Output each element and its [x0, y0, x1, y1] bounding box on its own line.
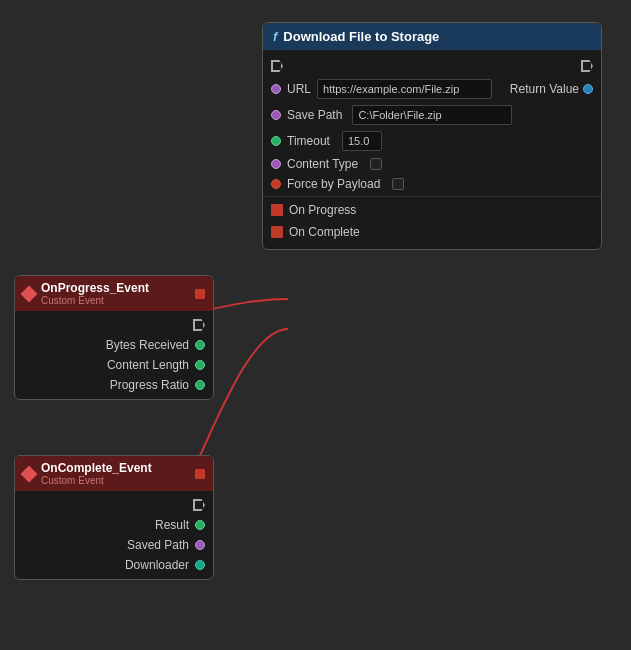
save-path-label: Save Path [287, 108, 342, 122]
on-complete-node-sub: Custom Event [41, 475, 152, 486]
timeout-row: Timeout [263, 128, 601, 154]
on-complete-node-header: OnComplete_Event Custom Event [15, 456, 213, 491]
on-complete-node-name: OnComplete_Event [41, 461, 152, 475]
bytes-received-label: Bytes Received [106, 338, 189, 352]
timeout-pin[interactable] [271, 136, 281, 146]
exec-out-pin[interactable] [581, 60, 593, 72]
on-complete-event-icon [21, 465, 38, 482]
result-pin[interactable] [195, 520, 205, 530]
force-payload-label: Force by Payload [287, 177, 380, 191]
progress-ratio-row: Progress Ratio [15, 375, 213, 395]
url-label: URL [287, 82, 311, 96]
on-progress-header-text: OnProgress_Event Custom Event [41, 281, 149, 306]
force-payload-pin[interactable] [271, 179, 281, 189]
timeout-label: Timeout [287, 134, 330, 148]
content-type-pin[interactable] [271, 159, 281, 169]
on-progress-node-body: Bytes Received Content Length Progress R… [15, 311, 213, 399]
on-progress-node: OnProgress_Event Custom Event Bytes Rece… [14, 275, 214, 400]
result-label: Result [155, 518, 189, 532]
on-complete-pin[interactable] [271, 226, 283, 238]
saved-path-row: Saved Path [15, 535, 213, 555]
force-payload-checkbox[interactable] [392, 178, 404, 190]
on-complete-label: On Complete [289, 225, 360, 239]
downloader-pin[interactable] [195, 560, 205, 570]
save-path-pin[interactable] [271, 110, 281, 120]
on-progress-event-icon [21, 285, 38, 302]
exec-row [263, 56, 601, 76]
save-path-row: Save Path [263, 102, 601, 128]
content-length-label: Content Length [107, 358, 189, 372]
on-progress-exec-row [15, 315, 213, 335]
save-path-input[interactable] [352, 105, 512, 125]
on-progress-node-name: OnProgress_Event [41, 281, 149, 295]
return-value-label: Return Value [510, 82, 579, 96]
url-row: URL Return Value [263, 76, 601, 102]
on-complete-exec-out[interactable] [193, 499, 205, 511]
main-node-header: f Download File to Storage [263, 23, 601, 50]
progress-ratio-label: Progress Ratio [110, 378, 189, 392]
on-progress-label: On Progress [289, 203, 356, 217]
result-row: Result [15, 515, 213, 535]
main-node: f Download File to Storage URL Return Va… [262, 22, 602, 250]
on-progress-exec-out[interactable] [193, 319, 205, 331]
on-complete-node-marker [195, 469, 205, 479]
progress-ratio-pin[interactable] [195, 380, 205, 390]
on-complete-exec-row [15, 495, 213, 515]
downloader-row: Downloader [15, 555, 213, 575]
timeout-input[interactable] [342, 131, 382, 151]
exec-in-pin[interactable] [271, 60, 283, 72]
on-progress-pin[interactable] [271, 204, 283, 216]
on-progress-node-marker [195, 289, 205, 299]
content-type-checkbox[interactable] [370, 158, 382, 170]
on-progress-row: On Progress [263, 199, 601, 221]
on-progress-node-sub: Custom Event [41, 295, 149, 306]
content-length-pin[interactable] [195, 360, 205, 370]
on-progress-node-header: OnProgress_Event Custom Event [15, 276, 213, 311]
bytes-received-row: Bytes Received [15, 335, 213, 355]
return-value-pin[interactable] [583, 84, 593, 94]
on-complete-node: OnComplete_Event Custom Event Result Sav… [14, 455, 214, 580]
on-complete-row: On Complete [263, 221, 601, 243]
content-type-row: Content Type [263, 154, 601, 174]
content-length-row: Content Length [15, 355, 213, 375]
main-node-title: Download File to Storage [283, 29, 439, 44]
main-node-body: URL Return Value Save Path Timeout Co [263, 50, 601, 249]
force-payload-row: Force by Payload [263, 174, 601, 194]
saved-path-label: Saved Path [127, 538, 189, 552]
on-complete-node-body: Result Saved Path Downloader [15, 491, 213, 579]
url-input[interactable] [317, 79, 492, 99]
saved-path-pin[interactable] [195, 540, 205, 550]
url-pin[interactable] [271, 84, 281, 94]
downloader-label: Downloader [125, 558, 189, 572]
content-type-label: Content Type [287, 157, 358, 171]
on-complete-header-text: OnComplete_Event Custom Event [41, 461, 152, 486]
func-icon: f [273, 29, 277, 44]
bytes-received-pin[interactable] [195, 340, 205, 350]
